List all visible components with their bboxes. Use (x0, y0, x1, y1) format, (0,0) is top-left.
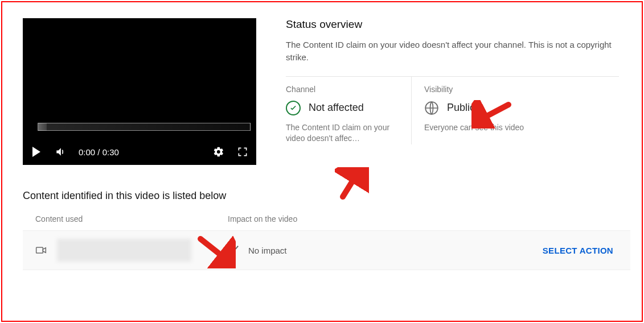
video-player[interactable]: 0:00 / 0:30 (23, 18, 256, 165)
checkmark-icon (227, 244, 239, 256)
settings-icon[interactable] (213, 146, 224, 158)
content-section-heading: Content identified in this video is list… (23, 190, 630, 202)
time-display: 0:00 / 0:30 (79, 147, 119, 157)
channel-status-text: Not affected (309, 102, 364, 114)
progress-bar[interactable] (38, 123, 251, 131)
col-content-used: Content used (35, 214, 228, 223)
channel-label: Channel (286, 85, 405, 94)
content-row: No impact SELECT ACTION (23, 230, 630, 270)
volume-button[interactable] (55, 146, 66, 158)
check-circle-icon (286, 101, 301, 115)
visibility-label: Visibility (424, 85, 537, 94)
overview-title: Status overview (286, 18, 619, 31)
fullscreen-icon[interactable] (237, 146, 248, 158)
visibility-status-card: Visibility Public Everyone can see this … (412, 77, 537, 144)
visibility-status-sub: Everyone can see this video (424, 122, 537, 134)
status-overview: Status overview The Content ID claim on … (286, 18, 630, 144)
select-action-button[interactable]: SELECT ACTION (543, 246, 613, 255)
video-icon (33, 245, 49, 256)
channel-status-sub: The Content ID claim on your video doesn… (286, 122, 400, 144)
visibility-status-text: Public (447, 102, 475, 114)
impact-text: No impact (248, 246, 287, 255)
play-button[interactable] (31, 146, 42, 158)
content-table-header: Content used Impact on the video (23, 202, 630, 230)
svg-rect-1 (36, 247, 43, 253)
overview-description: The Content ID claim on your video doesn… (286, 39, 619, 64)
channel-status-card: Channel Not affected The Content ID clai… (286, 77, 411, 144)
globe-icon (424, 101, 439, 115)
col-impact: Impact on the video (228, 214, 630, 223)
content-thumbnail (57, 239, 191, 262)
